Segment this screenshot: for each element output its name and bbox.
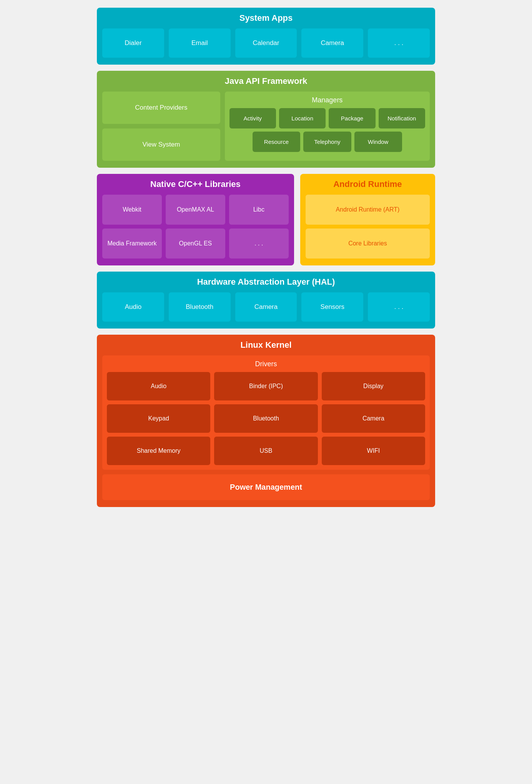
- driver-binder: Binder (IPC): [214, 372, 318, 400]
- java-api-left: Content Providers View System: [102, 92, 220, 161]
- hal-layer: Hardware Abstraction Layer (HAL) Audio B…: [97, 272, 435, 329]
- native-libs-grid: Webkit OpenMAX AL Libc Media Framework O…: [102, 195, 289, 259]
- managers-row2: Resource Telephony Window: [229, 132, 425, 152]
- hal-more-card: . . .: [368, 292, 430, 322]
- android-runtime-layer: Android Runtime Android Runtime (ART) Co…: [300, 174, 435, 265]
- native-more-card: . . .: [229, 229, 289, 259]
- managers-row1: Activity Location Package Notification: [229, 108, 425, 128]
- drivers-title: Drivers: [107, 360, 425, 368]
- core-libraries-card: Core Libraries: [306, 229, 430, 259]
- power-management: Power Management: [102, 474, 430, 500]
- driver-shared-memory: Shared Memory: [107, 437, 210, 465]
- window-manager: Window: [354, 132, 402, 152]
- driver-wifi: WIFI: [322, 437, 425, 465]
- linux-kernel-title: Linux Kernel: [102, 340, 430, 350]
- more-card: . . .: [368, 28, 430, 58]
- telephony-manager: Telephony: [303, 132, 351, 152]
- webkit-card: Webkit: [102, 195, 162, 225]
- hal-title: Hardware Abstraction Layer (HAL): [102, 277, 430, 287]
- email-card: Email: [169, 28, 231, 58]
- hal-sensors-card: Sensors: [301, 292, 363, 322]
- hal-cards: Audio Bluetooth Camera Sensors . . .: [102, 292, 430, 322]
- libc-card: Libc: [229, 195, 289, 225]
- hal-audio-card: Audio: [102, 292, 164, 322]
- managers-section: Managers Activity Location Package Notif…: [225, 92, 430, 161]
- system-apps-title: System Apps: [102, 13, 430, 23]
- notification-manager: Notification: [379, 108, 425, 128]
- driver-display: Display: [322, 372, 425, 400]
- dialer-card: Dialer: [102, 28, 164, 58]
- art-card: Android Runtime (ART): [306, 195, 430, 225]
- drivers-grid: Audio Binder (IPC) Display Keypad Blueto…: [107, 372, 425, 465]
- activity-manager: Activity: [229, 108, 276, 128]
- drivers-section: Drivers Audio Binder (IPC) Display Keypa…: [102, 355, 430, 470]
- managers-title: Managers: [229, 96, 425, 104]
- system-apps-layer: System Apps Dialer Email Calendar Camera…: [97, 8, 435, 65]
- media-framework-card: Media Framework: [102, 229, 162, 259]
- camera-card: Camera: [301, 28, 363, 58]
- native-libs-title: Native C/C++ Libraries: [102, 179, 289, 189]
- location-manager: Location: [279, 108, 326, 128]
- openmax-card: OpenMAX AL: [166, 195, 225, 225]
- android-runtime-title: Android Runtime: [306, 179, 430, 189]
- java-api-layer: Java API Framework Content Providers Vie…: [97, 71, 435, 168]
- hal-bluetooth-card: Bluetooth: [169, 292, 231, 322]
- linux-kernel-layer: Linux Kernel Drivers Audio Binder (IPC) …: [97, 335, 435, 507]
- driver-audio: Audio: [107, 372, 210, 400]
- driver-bluetooth: Bluetooth: [214, 404, 318, 433]
- java-api-title: Java API Framework: [102, 76, 430, 86]
- view-system-card: View System: [102, 128, 220, 161]
- driver-keypad: Keypad: [107, 404, 210, 433]
- native-libs-layer: Native C/C++ Libraries Webkit OpenMAX AL…: [97, 174, 294, 265]
- middle-row: Native C/C++ Libraries Webkit OpenMAX AL…: [97, 174, 435, 265]
- calendar-card: Calendar: [235, 28, 297, 58]
- driver-usb: USB: [214, 437, 318, 465]
- content-providers-card: Content Providers: [102, 92, 220, 124]
- hal-camera-card: Camera: [235, 292, 297, 322]
- package-manager: Package: [329, 108, 375, 128]
- java-api-content: Content Providers View System Managers A…: [102, 92, 430, 161]
- resource-manager: Resource: [253, 132, 300, 152]
- driver-camera: Camera: [322, 404, 425, 433]
- opengl-card: OpenGL ES: [166, 229, 225, 259]
- system-apps-cards: Dialer Email Calendar Camera . . .: [102, 28, 430, 58]
